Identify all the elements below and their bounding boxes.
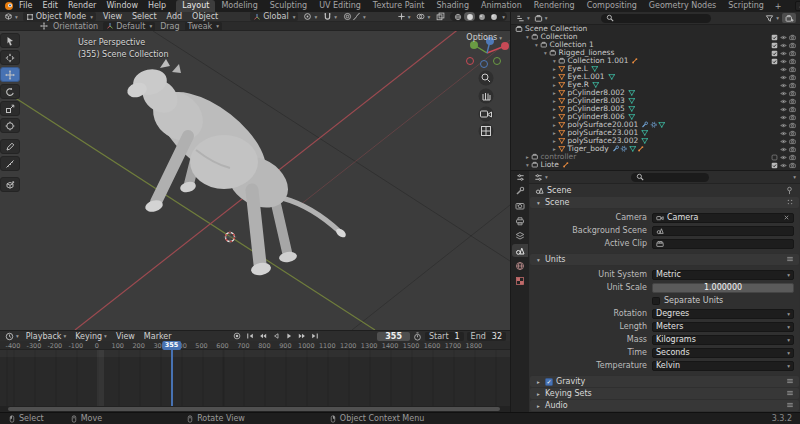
eye-icon[interactable] [780, 90, 787, 97]
workspace-tab-sculpting[interactable]: Sculpting [264, 0, 313, 12]
grid-dots-icon[interactable] [786, 198, 794, 208]
close-icon[interactable] [783, 214, 790, 221]
expand-toggle-icon[interactable]: ▸ [551, 74, 558, 80]
outliner-row-polysurface23-002[interactable]: ▸polySurface23.002 [511, 137, 800, 145]
eye-icon[interactable] [780, 50, 787, 57]
measure-tool-button[interactable] [0, 156, 20, 171]
properties-tab-tool[interactable] [512, 184, 528, 197]
camera-restrict-icon[interactable] [789, 162, 796, 169]
panel-header-keying-sets[interactable]: ▸Keying Sets [530, 388, 799, 399]
workspace-tab-rendering[interactable]: Rendering [528, 0, 581, 12]
panel-header-gravity[interactable]: ▸✓Gravity [530, 376, 799, 387]
property-dropdown-temperature[interactable]: Kelvin▾ [652, 361, 794, 371]
start-frame-field[interactable]: Start1 [425, 332, 464, 341]
jump-end-button[interactable] [310, 332, 320, 341]
expand-toggle-icon[interactable]: ▸ [551, 90, 558, 96]
eye-icon[interactable] [780, 114, 787, 121]
pan-button[interactable] [479, 89, 494, 104]
outliner-row-polysurface20-001[interactable]: ▸polySurface20.001 [511, 121, 800, 129]
workspace-tab-layout[interactable]: Layout [176, 0, 215, 12]
property-field-camera[interactable]: Camera [652, 213, 794, 223]
viewport-menu-select[interactable]: Select [129, 12, 160, 21]
timeline-menu-view[interactable]: View [113, 332, 138, 341]
property-dropdown-mass[interactable]: Kilograms▾ [652, 335, 794, 345]
new-collection-button[interactable] [782, 13, 796, 23]
show-gizmos-dropdown[interactable]: ▾ [396, 12, 412, 21]
camera-restrict-icon[interactable] [789, 58, 796, 65]
workspace-tab-shading[interactable]: Shading [430, 0, 475, 12]
expand-toggle-icon[interactable]: ▾ [533, 42, 540, 48]
eye-icon[interactable] [780, 162, 787, 169]
workspace-tab-texture-paint[interactable]: Texture Paint [367, 0, 431, 12]
expand-toggle-icon[interactable]: ▸ [524, 154, 531, 160]
tool-drag-dropdown[interactable]: Tweak▾ [185, 22, 222, 31]
check-icon[interactable] [771, 162, 778, 169]
rotate-tool-button[interactable] [0, 84, 20, 99]
empty-box-icon[interactable] [771, 154, 778, 161]
next-keyframe-button[interactable] [297, 332, 307, 341]
add-cube-tool-button[interactable] [0, 177, 20, 192]
stopwatch-icon[interactable] [413, 332, 422, 341]
annotate-tool-button[interactable] [0, 139, 20, 154]
timeline-menu-playback[interactable]: Playback▾ [23, 332, 69, 341]
auto-keyframe-button[interactable] [232, 332, 242, 341]
object-mode-dropdown[interactable]: Object Mode▾ [23, 12, 96, 21]
property-dropdown-rotation[interactable]: Degrees▾ [652, 309, 794, 319]
panel-header-units[interactable]: ▾Units [530, 254, 799, 265]
workspace-tab-uv-editing[interactable]: UV Editing [313, 0, 367, 12]
menu-edit[interactable]: Edit [37, 0, 63, 12]
menu-lines-icon[interactable] [786, 255, 794, 265]
expand-toggle-icon[interactable]: ▸ [535, 391, 542, 397]
shading-rendered-button[interactable] [488, 12, 499, 21]
pin-icon[interactable] [785, 186, 794, 195]
camera-restrict-icon[interactable] [789, 42, 796, 49]
outliner-row-pcylinder8-003[interactable]: ▸pCylinder8.003 [511, 97, 800, 105]
tool-orientation-dropdown[interactable]: Default▾ [103, 22, 155, 31]
eye-icon[interactable] [780, 106, 787, 113]
separate-units-checkbox[interactable] [652, 297, 660, 305]
expand-toggle-icon[interactable]: ▸ [535, 379, 542, 385]
playhead[interactable] [171, 350, 173, 406]
shading-solid-button[interactable] [464, 12, 475, 21]
outliner-row-eye-r[interactable]: ▸Eye.R [511, 81, 800, 89]
properties-tab-world[interactable] [512, 259, 528, 272]
workspace-tab-geometry-nodes[interactable]: Geometry Nodes [643, 0, 722, 12]
expand-toggle-icon[interactable]: ▸ [535, 403, 542, 409]
workspace-tab-scripting[interactable]: Scripting [722, 0, 770, 12]
camera-restrict-icon[interactable] [789, 66, 796, 73]
menu-help[interactable]: Help [143, 0, 171, 12]
timeline-track-area[interactable] [0, 350, 510, 406]
camera-restrict-icon[interactable] [789, 74, 796, 81]
panel-header-scene[interactable]: ▾Scene [530, 197, 799, 208]
camera-restrict-icon[interactable] [789, 82, 796, 89]
scene-selector[interactable]: ▾Scene [795, 1, 800, 11]
outliner-row-liote[interactable]: ▾Liote [511, 161, 800, 169]
eye-icon[interactable] [780, 122, 787, 129]
property-field-background-scene[interactable] [652, 226, 794, 236]
eye-icon[interactable] [780, 138, 787, 145]
play-reverse-button[interactable] [271, 332, 281, 341]
camera-restrict-icon[interactable] [789, 138, 796, 145]
eye-icon[interactable] [780, 74, 787, 81]
zoom-button[interactable] [479, 71, 494, 86]
expand-toggle-icon[interactable]: ▸ [551, 122, 558, 128]
transform-tool-button[interactable] [0, 118, 20, 133]
expand-toggle-icon[interactable]: ▸ [551, 138, 558, 144]
check-icon[interactable] [771, 50, 778, 57]
properties-search-input[interactable] [631, 173, 709, 182]
current-frame-chip[interactable]: 355 [162, 341, 182, 350]
display-mode-dropdown[interactable]: ▾ [533, 14, 549, 23]
3d-viewport[interactable]: User Perspective (355) Scene Collection … [0, 31, 510, 330]
workspace-tab-compositing[interactable]: Compositing [581, 0, 643, 12]
eye-icon[interactable] [780, 58, 787, 65]
viewport-menu-view[interactable]: View [100, 12, 125, 21]
expand-toggle-icon[interactable]: ▾ [524, 34, 531, 40]
camera-restrict-icon[interactable] [789, 122, 796, 129]
menu-render[interactable]: Render [63, 0, 101, 12]
timeline-ruler[interactable]: 355 -400-300-200-10001002003004005006007… [0, 341, 510, 350]
scale-tool-button[interactable] [0, 101, 20, 116]
camera-restrict-icon[interactable] [789, 34, 796, 41]
shading-wireframe-button[interactable] [452, 12, 463, 21]
camera-restrict-icon[interactable] [789, 50, 796, 57]
viewport-menu-add[interactable]: Add [164, 12, 186, 21]
